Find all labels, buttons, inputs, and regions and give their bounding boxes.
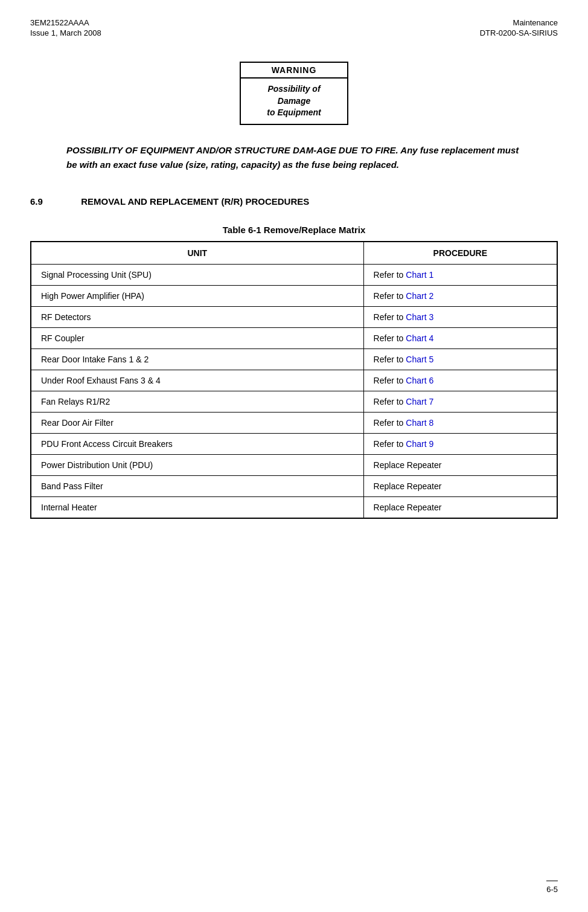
chart-link[interactable]: Chart 6 <box>406 376 433 385</box>
chart-link[interactable]: Chart 9 <box>406 439 433 449</box>
table-row: High Power Amplifier (HPA)Refer to Chart… <box>31 285 557 306</box>
table-row: Rear Door Air FilterRefer to Chart 8 <box>31 412 557 433</box>
table-header-row: UNIT PROCEDURE <box>31 242 557 265</box>
chart-link[interactable]: Chart 2 <box>406 291 433 301</box>
header-left: 3EM21522AAAA Issue 1, March 2008 <box>30 18 101 37</box>
remove-replace-table: UNIT PROCEDURE Signal Processing Unit (S… <box>30 241 558 519</box>
table-cell-unit: High Power Amplifier (HPA) <box>31 285 363 306</box>
doc-issue: Issue 1, March 2008 <box>30 28 101 37</box>
table-cell-procedure: Replace Repeater <box>363 454 557 475</box>
warning-line1: Possibility of <box>267 84 320 94</box>
table-cell-procedure: Refer to Chart 1 <box>363 264 557 285</box>
table-cell-procedure: Refer to Chart 4 <box>363 327 557 348</box>
table-cell-unit: Fan Relays R1/R2 <box>31 391 363 412</box>
table-cell-procedure: Refer to Chart 6 <box>363 370 557 391</box>
table-cell-procedure: Refer to Chart 2 <box>363 285 557 306</box>
table-cell-procedure: Refer to Chart 3 <box>363 306 557 327</box>
table-cell-unit: Signal Processing Unit (SPU) <box>31 264 363 285</box>
chart-link[interactable]: Chart 8 <box>406 418 433 428</box>
table-cell-unit: RF Detectors <box>31 306 363 327</box>
warning-label: WARNING <box>241 63 347 79</box>
warning-line3: to Equipment <box>267 108 321 117</box>
table-row: Power Distribution Unit (PDU)Replace Rep… <box>31 454 557 475</box>
header-right: Maintenance DTR-0200-SA-SIRIUS <box>480 18 558 37</box>
chart-link[interactable]: Chart 4 <box>406 333 433 343</box>
chart-link[interactable]: Chart 5 <box>406 355 433 364</box>
page-header: 3EM21522AAAA Issue 1, March 2008 Mainten… <box>30 18 558 37</box>
table-row: Rear Door Intake Fans 1 & 2Refer to Char… <box>31 348 557 370</box>
section-heading: 6.9 REMOVAL AND REPLACEMENT (R/R) PROCED… <box>30 196 558 207</box>
table-cell-unit: PDU Front Access Circuit Breakers <box>31 433 363 454</box>
warning-line2: Damage <box>278 96 310 106</box>
table-cell-procedure: Refer to Chart 9 <box>363 433 557 454</box>
table-row: Band Pass FilterReplace Repeater <box>31 475 557 496</box>
page-number: 6-5 <box>546 885 558 894</box>
table-row: RF CouplerRefer to Chart 4 <box>31 327 557 348</box>
table-cell-unit: Under Roof Exhaust Fans 3 & 4 <box>31 370 363 391</box>
doc-id: DTR-0200-SA-SIRIUS <box>480 28 558 37</box>
table-cell-procedure: Refer to Chart 7 <box>363 391 557 412</box>
table-cell-unit: Rear Door Intake Fans 1 & 2 <box>31 348 363 370</box>
page-footer: 6-5 <box>546 881 558 894</box>
table-cell-procedure: Replace Repeater <box>363 475 557 496</box>
warning-paragraph: POSSIBILITY OF EQUIPMENT AND/OR STRUCTUR… <box>66 143 522 172</box>
table-row: PDU Front Access Circuit BreakersRefer t… <box>31 433 557 454</box>
table-row: Fan Relays R1/R2Refer to Chart 7 <box>31 391 557 412</box>
table-cell-procedure: Refer to Chart 5 <box>363 348 557 370</box>
col-header-procedure: PROCEDURE <box>363 242 557 265</box>
table-row: Internal HeaterReplace Repeater <box>31 496 557 518</box>
table-row: Signal Processing Unit (SPU)Refer to Cha… <box>31 264 557 285</box>
doc-number: 3EM21522AAAA <box>30 18 101 27</box>
page-container: 3EM21522AAAA Issue 1, March 2008 Mainten… <box>0 0 588 912</box>
table-row: RF DetectorsRefer to Chart 3 <box>31 306 557 327</box>
table-caption: Table 6-1 Remove/Replace Matrix <box>30 225 558 235</box>
warning-box: WARNING Possibility of Damage to Equipme… <box>240 62 348 125</box>
table-cell-procedure: Replace Repeater <box>363 496 557 518</box>
table-row: Under Roof Exhaust Fans 3 & 4Refer to Ch… <box>31 370 557 391</box>
table-cell-procedure: Refer to Chart 8 <box>363 412 557 433</box>
section-title: REMOVAL AND REPLACEMENT (R/R) PROCEDURES <box>81 196 309 207</box>
col-header-unit: UNIT <box>31 242 363 265</box>
warning-body: Possibility of Damage to Equipment <box>241 79 347 124</box>
doc-category: Maintenance <box>513 18 558 27</box>
table-cell-unit: Rear Door Air Filter <box>31 412 363 433</box>
table-cell-unit: RF Coupler <box>31 327 363 348</box>
chart-link[interactable]: Chart 1 <box>406 270 433 280</box>
table-cell-unit: Band Pass Filter <box>31 475 363 496</box>
warning-section: WARNING Possibility of Damage to Equipme… <box>30 62 558 125</box>
chart-link[interactable]: Chart 7 <box>406 397 433 406</box>
section-number: 6.9 <box>30 196 78 207</box>
table-cell-unit: Power Distribution Unit (PDU) <box>31 454 363 475</box>
table-cell-unit: Internal Heater <box>31 496 363 518</box>
chart-link[interactable]: Chart 3 <box>406 312 433 322</box>
